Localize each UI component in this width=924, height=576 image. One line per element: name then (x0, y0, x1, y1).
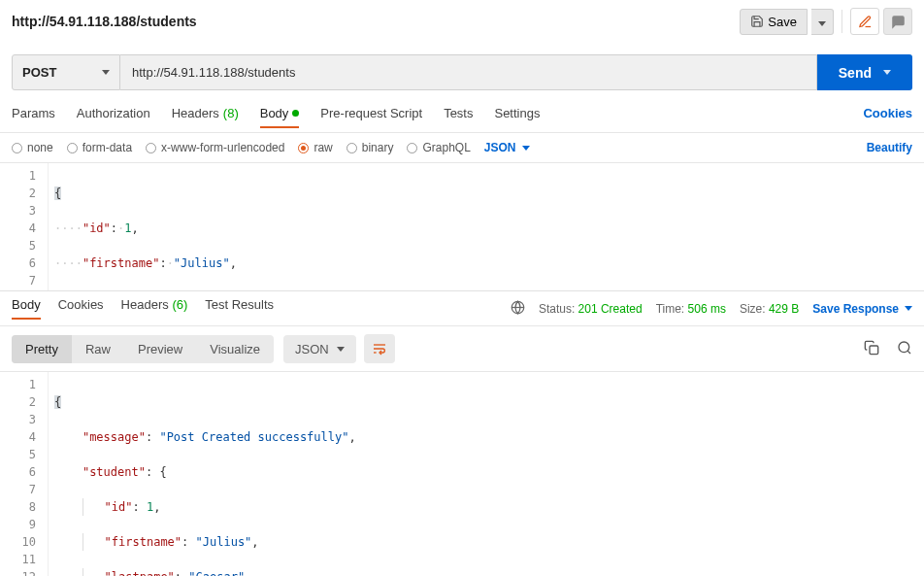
body-modified-indicator (292, 110, 299, 117)
bodytype-urlencoded-label: x-www-form-urlencoded (161, 141, 284, 154)
globe-icon[interactable] (511, 300, 525, 318)
bodytype-graphql-label: GraphQL (422, 141, 470, 154)
svg-point-5 (899, 342, 909, 353)
headers-count: (8) (223, 106, 239, 120)
size-label: Size: (740, 302, 766, 316)
method-value: POST (22, 65, 56, 80)
resp-tab-headers[interactable]: Headers (6) (121, 297, 188, 320)
beautify-link[interactable]: Beautify (867, 141, 912, 154)
raw-format-select[interactable]: JSON (484, 141, 530, 154)
comment-button[interactable] (883, 8, 912, 35)
status-value: 201 Created (578, 302, 643, 316)
resp-headers-count: (6) (172, 297, 187, 312)
wrap-icon (372, 342, 387, 356)
tab-body[interactable]: Body (260, 106, 300, 128)
bodytype-form-data[interactable]: form-data (67, 141, 132, 154)
resp-tab-headers-label: Headers (121, 297, 169, 312)
svg-rect-4 (870, 346, 878, 355)
resp-tab-body[interactable]: Body (12, 297, 41, 320)
tab-pre-request[interactable]: Pre-request Script (320, 106, 422, 128)
response-body-editor[interactable]: 123456789101112 { "message": "Post Creat… (0, 372, 924, 576)
view-pretty[interactable]: Pretty (12, 335, 72, 363)
bodytype-graphql[interactable]: GraphQL (407, 141, 470, 154)
tab-settings[interactable]: Settings (494, 106, 540, 128)
request-title: http://54.91.118.188/students (12, 14, 197, 29)
copy-icon (864, 340, 879, 356)
tab-headers[interactable]: Headers (8) (172, 106, 239, 128)
bodytype-binary-label: binary (362, 141, 394, 154)
request-body-code[interactable]: { ····"id":·1, ····"firstname":·"Julius"… (49, 163, 924, 290)
tab-body-label: Body (260, 106, 289, 120)
save-button[interactable]: Save (740, 9, 808, 35)
resp-tab-cookies[interactable]: Cookies (58, 297, 104, 320)
resp-tab-test-results[interactable]: Test Results (205, 297, 274, 320)
request-body-editor[interactable]: 1234567 { ····"id":·1, ····"firstname":·… (0, 163, 924, 291)
svg-line-6 (908, 351, 910, 354)
bodytype-none-label: none (27, 141, 53, 154)
cookies-link[interactable]: Cookies (863, 106, 912, 128)
copy-button[interactable] (864, 340, 879, 358)
bodytype-raw-label: raw (314, 141, 332, 154)
response-format-select[interactable]: JSON (283, 335, 356, 363)
view-preview[interactable]: Preview (124, 335, 196, 363)
tab-tests[interactable]: Tests (444, 106, 473, 128)
bodytype-form-data-label: form-data (82, 141, 132, 154)
chevron-down-icon (905, 306, 912, 311)
chevron-down-icon (883, 70, 891, 75)
send-button[interactable]: Send (817, 54, 912, 90)
bodytype-binary[interactable]: binary (346, 141, 394, 154)
bodytype-none[interactable]: none (12, 141, 53, 154)
pencil-icon (858, 15, 873, 29)
chevron-down-icon (818, 21, 826, 26)
size-value: 429 B (769, 302, 799, 316)
save-icon (750, 15, 764, 28)
send-label: Send (839, 65, 872, 81)
save-label: Save (768, 15, 797, 29)
response-format-value: JSON (295, 342, 329, 356)
chevron-down-icon (337, 347, 345, 352)
wrap-lines-button[interactable] (364, 334, 395, 363)
chevron-down-icon (102, 70, 110, 75)
search-button[interactable] (897, 340, 912, 358)
line-gutter: 1234567 (0, 163, 49, 290)
comment-icon (891, 15, 906, 29)
tab-params[interactable]: Params (12, 106, 55, 128)
bodytype-urlencoded[interactable]: x-www-form-urlencoded (146, 141, 284, 154)
line-gutter: 123456789101112 (0, 372, 49, 576)
method-select[interactable]: POST (12, 54, 120, 90)
divider (842, 10, 842, 33)
status-label: Status: (539, 302, 575, 316)
chevron-down-icon (522, 146, 530, 151)
view-raw[interactable]: Raw (72, 335, 124, 363)
raw-format-value: JSON (484, 141, 516, 154)
url-input[interactable]: http://54.91.118.188/students (120, 54, 817, 90)
view-visualize[interactable]: Visualize (196, 335, 274, 363)
search-icon (897, 340, 912, 356)
tab-authorization[interactable]: Authorization (77, 106, 150, 128)
time-label: Time: (656, 302, 685, 316)
bodytype-raw[interactable]: raw (298, 141, 332, 154)
view-mode-group: Pretty Raw Preview Visualize (12, 335, 274, 363)
save-dropdown[interactable] (811, 9, 834, 35)
save-response-button[interactable]: Save Response (812, 302, 912, 316)
response-body-code[interactable]: { "message": "Post Created successfully"… (49, 372, 924, 576)
tab-headers-label: Headers (172, 106, 219, 120)
time-value: 506 ms (688, 302, 726, 316)
edit-button[interactable] (850, 8, 879, 35)
save-response-label: Save Response (812, 302, 899, 316)
